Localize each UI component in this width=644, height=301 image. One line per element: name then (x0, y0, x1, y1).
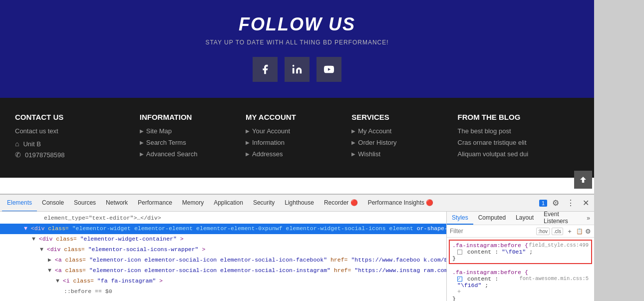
filter-copy-btn[interactable]: 📋 (576, 228, 583, 235)
tab-network[interactable]: Network (101, 195, 133, 212)
subtab-layout[interactable]: Layout (511, 212, 539, 225)
wishlist-link[interactable]: ▶ Wishlist (351, 150, 445, 158)
linkedin-icon (292, 64, 303, 75)
advanced-search-link[interactable]: ▶ Advanced Search (140, 150, 233, 158)
address-row: ⌂ Unit B (15, 140, 127, 148)
filter-cls-btn[interactable]: .cls (552, 228, 563, 235)
blog-post-1[interactable]: The best blog post (458, 127, 579, 135)
arrow-icon: ▶ (351, 128, 355, 134)
dom-line-8[interactable]: ::before == $0 (0, 287, 446, 297)
styles-panel: Styles Computed Layout Event Listeners » (447, 212, 594, 301)
arrow-icon: ▶ (351, 151, 355, 157)
css-file-ref-2[interactable]: font-awesome.min.css:5 (519, 276, 589, 282)
follow-us-title: FOLLOW US (10, 14, 584, 35)
phone-icon: ✆ (15, 151, 21, 159)
your-account-link[interactable]: ▶ Your Account (246, 127, 339, 135)
arrow-icon: ▶ (140, 128, 144, 134)
arrow-icon: ▶ (246, 128, 250, 134)
dom-line-2[interactable]: ▼ <div class= "elementor-widget elemento… (0, 224, 446, 234)
styles-subtabs: Styles Computed Layout Event Listeners » (447, 212, 594, 225)
css-rule-2-close: } (452, 296, 589, 301)
css-file-ref[interactable]: field_style.css:499 (529, 242, 589, 248)
linkedin-icon-btn[interactable] (285, 57, 310, 82)
information-title: INFORMATION (140, 113, 233, 121)
notification-badge[interactable]: 1 (539, 200, 547, 207)
tab-elements[interactable]: Elements (2, 195, 37, 212)
tab-performance[interactable]: Performance (133, 195, 177, 212)
css-rule-2-selector-line: .fa-instagram:before { font-awesome.min.… (452, 269, 589, 276)
blog-post-3[interactable]: Aliquam volutpat sed dui (458, 150, 579, 158)
styles-more-btn[interactable]: » (583, 212, 594, 225)
tab-performance-insights[interactable]: Performance Insights 🔴 (363, 195, 439, 212)
css-rule-2-add[interactable]: + (452, 289, 589, 296)
footer-myaccount-col: MY ACCOUNT ▶ Your Account ▶ Information … (246, 113, 346, 168)
follow-us-section: FOLLOW US STAY UP TO DATE WITH ALL THING… (0, 0, 594, 98)
tab-security[interactable]: Security (248, 195, 280, 212)
my-account-link[interactable]: ▶ My Account (351, 127, 445, 135)
more-options-btn[interactable]: ⋮ (564, 197, 577, 210)
subtab-styles[interactable]: Styles (447, 212, 473, 225)
arrow-icon: ▶ (351, 140, 355, 145)
sitemap-link[interactable]: ▶ Site Map (140, 127, 233, 135)
tab-console[interactable]: Console (37, 195, 69, 212)
right-gray-area (594, 0, 644, 301)
search-terms-link[interactable]: ▶ Search Terms (140, 139, 233, 146)
dom-line-4: ▼ <div class= "elementor-social-icons-wr… (0, 245, 446, 255)
arrow-icon: ▶ (246, 151, 250, 157)
arrow-icon: ▶ (140, 140, 144, 145)
footer-services-col: SERVICES ▶ My Account ▶ Order History ▶ … (351, 113, 452, 168)
css-prop-name-2: content (467, 276, 491, 282)
css-rule-1-close: } (452, 255, 589, 262)
dom-line-5: ▶ <a class= "elementor-icon elementor-so… (0, 255, 446, 266)
facebook-icon-btn[interactable] (253, 57, 278, 82)
filter-hov-btn[interactable]: :hov (536, 228, 550, 235)
footer-blog-col: FROM THE BLOG The best blog post Cras or… (458, 113, 579, 168)
address-text: Unit B (23, 140, 40, 148)
arrow-icon: ▶ (140, 151, 144, 157)
youtube-icon-btn[interactable] (317, 57, 341, 82)
blog-title: FROM THE BLOG (458, 113, 579, 121)
youtube-icon (323, 64, 334, 75)
svg-point-0 (293, 65, 295, 67)
css-prop-value-2: "\f16d" (457, 282, 481, 289)
filter-input[interactable] (450, 228, 534, 235)
my-account-title: MY ACCOUNT (246, 113, 339, 121)
order-history-link[interactable]: ▶ Order History (351, 139, 445, 146)
contact-us-text: Contact us text (15, 127, 127, 135)
dom-line-7: ▼ <i class= "fa fa-instagram" > (0, 276, 446, 287)
dom-line-6: ▼ <a class= "elementor-icon elementor-so… (0, 266, 446, 276)
blog-post-2[interactable]: Cras ornare tristique elit (458, 139, 579, 146)
filter-add-btn[interactable]: + (565, 227, 574, 236)
social-icons-row (10, 57, 584, 82)
home-icon: ⌂ (15, 140, 19, 148)
footer-section: CONTACT US Contact us text ⌂ Unit B ✆ 01… (0, 98, 594, 178)
contact-us-title: CONTACT US (15, 113, 127, 121)
css-prop-name: content (467, 249, 491, 255)
tab-sources[interactable]: Sources (69, 195, 101, 212)
tab-lighthouse[interactable]: Lighthouse (280, 195, 319, 212)
css-rule-2: .fa-instagram:before { font-awesome.min.… (449, 267, 592, 301)
settings-btn[interactable]: ⚙ (549, 197, 562, 210)
footer-information-col: INFORMATION ▶ Site Map ▶ Search Terms ▶ … (140, 113, 241, 168)
tab-recorder[interactable]: Recorder 🔴 (319, 195, 363, 212)
subtab-computed[interactable]: Computed (473, 212, 511, 225)
arrow-up-icon (579, 175, 588, 184)
css-checkbox-unchecked[interactable] (457, 250, 462, 255)
phone-row: ✆ 01978758598 (15, 151, 127, 159)
follow-us-subtitle: STAY UP TO DATE WITH ALL THING BD PERFOR… (10, 39, 584, 46)
services-title: SERVICES (351, 113, 445, 121)
subtab-event-listeners[interactable]: Event Listeners (539, 212, 583, 225)
css-rule-1-selector-line: .fa-instagram:before { field_style.css:4… (452, 242, 589, 249)
tab-memory[interactable]: Memory (177, 195, 209, 212)
phone-text: 01978758598 (25, 151, 65, 159)
dom-panel[interactable]: element_type="text-editor">…</div> ▼ <di… (0, 212, 447, 301)
arrow-icon: ▶ (246, 140, 250, 145)
filter-settings-btn[interactable]: ⚙ (585, 228, 591, 235)
css-checkbox-checked[interactable]: ✓ (457, 277, 462, 282)
information-link[interactable]: ▶ Information (246, 139, 339, 146)
dom-line-1: element_type="text-editor">…</div> (0, 213, 446, 224)
addresses-link[interactable]: ▶ Addresses (246, 150, 339, 158)
close-devtools-btn[interactable]: ✕ (579, 197, 592, 210)
tab-application[interactable]: Application (209, 195, 248, 212)
scroll-up-button[interactable] (574, 171, 592, 189)
